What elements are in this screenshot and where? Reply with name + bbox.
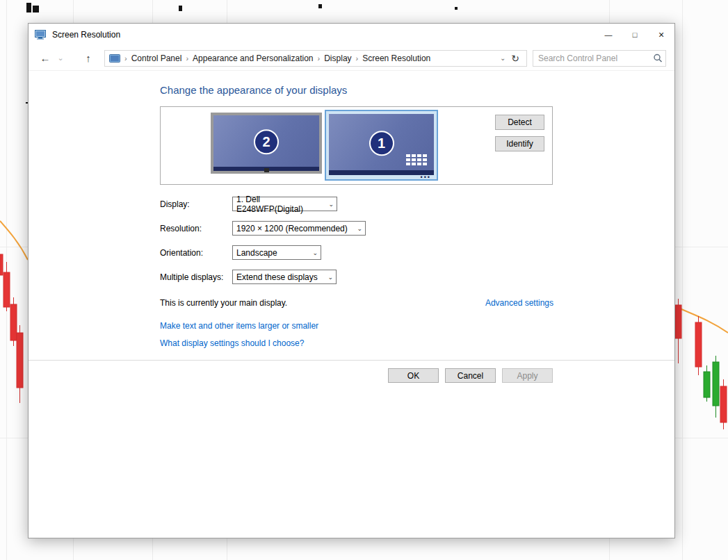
breadcrumb-item-screen-resolution[interactable]: Screen Resolution <box>359 53 433 63</box>
resolution-row: Resolution: 1920 × 1200 (Recommended) ⌄ <box>160 221 366 236</box>
multiple-displays-dropdown-value: Extend these displays <box>236 272 318 282</box>
recent-pages-button[interactable]: ⌄ <box>53 54 68 62</box>
resolution-dropdown[interactable]: 1920 × 1200 (Recommended) ⌄ <box>232 221 366 236</box>
orientation-dropdown-value: Landscape <box>236 248 277 258</box>
close-button[interactable]: × <box>648 24 674 46</box>
search-box[interactable] <box>533 50 666 67</box>
display-dropdown[interactable]: 1. Dell E248WFP(Digital) ⌄ <box>232 197 337 211</box>
address-dropdown-icon[interactable]: ⌄ <box>496 54 510 62</box>
breadcrumb-separator-icon: › <box>123 54 129 63</box>
main-display-note: This is currently your main display. <box>160 298 287 308</box>
orientation-dropdown[interactable]: Landscape ⌄ <box>232 245 321 260</box>
breadcrumb: › Control Panel › Appearance and Persona… <box>104 50 527 67</box>
back-button[interactable]: ← <box>38 53 53 63</box>
title-bar[interactable]: Screen Resolution — □ × <box>29 24 674 46</box>
chevron-down-icon: ⌄ <box>307 249 318 256</box>
resolution-label: Resolution: <box>160 224 232 233</box>
navigation-bar: ← ⌄ ↑ › Control Panel › Appearance and P… <box>29 46 674 71</box>
window-title: Screen Resolution <box>52 30 120 40</box>
monitor-menu-dots-icon: ••• <box>421 174 431 180</box>
breadcrumb-separator-icon: › <box>184 54 190 63</box>
multiple-displays-label: Multiple displays: <box>160 272 232 282</box>
orientation-label: Orientation: <box>160 248 232 258</box>
display-settings-help-link[interactable]: What display settings should I choose? <box>160 338 304 348</box>
display-label: Display: <box>160 199 232 209</box>
advanced-settings-link[interactable]: Advanced settings <box>485 298 553 308</box>
app-icon <box>35 30 47 40</box>
monitor-2-stand-notch <box>264 168 269 172</box>
apply-button: Apply <box>502 368 553 383</box>
identify-button[interactable]: Identify <box>495 136 544 151</box>
up-button[interactable]: ↑ <box>81 53 96 63</box>
multiple-displays-row: Multiple displays: Extend these displays… <box>160 270 337 284</box>
ma-line-left <box>0 221 28 260</box>
control-panel-icon <box>109 54 120 63</box>
keyboard-grid-icon <box>406 154 427 167</box>
footer-divider <box>29 360 674 361</box>
maximize-button[interactable]: □ <box>622 24 648 46</box>
search-input[interactable] <box>533 53 652 63</box>
resolution-dropdown-value: 1920 × 1200 (Recommended) <box>236 224 348 233</box>
candlesticks-left <box>0 254 23 403</box>
display-preview-panel: 2 1 ••• Detect Identify <box>160 106 553 185</box>
search-icon[interactable] <box>652 53 665 64</box>
display-row: Display: 1. Dell E248WFP(Digital) ⌄ <box>160 197 337 211</box>
main-display-note-row: This is currently your main display. Adv… <box>160 298 553 308</box>
monitor-1-bezel <box>329 170 434 175</box>
breadcrumb-item-appearance[interactable]: Appearance and Personalization <box>190 53 316 63</box>
candlesticks-right <box>675 299 727 429</box>
display-dropdown-value: 1. Dell E248WFP(Digital) <box>236 195 323 214</box>
chevron-down-icon: ⌄ <box>322 274 333 281</box>
chevron-down-icon: ⌄ <box>351 225 362 232</box>
page-title: Change the appearance of your displays <box>160 84 347 96</box>
make-text-larger-link[interactable]: Make text and other items larger or smal… <box>160 321 318 331</box>
caption-buttons: — □ × <box>595 24 674 46</box>
monitor-2[interactable]: 2 <box>211 113 322 174</box>
orientation-row: Orientation: Landscape ⌄ <box>160 245 321 260</box>
screen-resolution-window: Screen Resolution — □ × ← ⌄ ↑ › Control … <box>28 23 675 538</box>
monitor-1-screen: 1 <box>329 114 434 175</box>
refresh-icon[interactable]: ↻ <box>510 53 524 64</box>
cancel-button[interactable]: Cancel <box>445 368 496 383</box>
monitor-2-number: 2 <box>254 129 279 154</box>
breadcrumb-separator-icon: › <box>355 54 360 63</box>
minimize-button[interactable]: — <box>595 24 622 46</box>
ok-button[interactable]: OK <box>388 368 439 383</box>
chevron-down-icon: ⌄ <box>323 201 334 208</box>
monitor-1-number: 1 <box>369 131 394 156</box>
breadcrumb-item-control-panel[interactable]: Control Panel <box>129 53 185 63</box>
breadcrumb-separator-icon: › <box>316 54 322 63</box>
detect-button[interactable]: Detect <box>495 115 544 130</box>
multiple-displays-dropdown[interactable]: Extend these displays ⌄ <box>232 270 337 284</box>
breadcrumb-item-display[interactable]: Display <box>321 53 354 63</box>
monitor-1[interactable]: 1 ••• <box>325 110 438 181</box>
